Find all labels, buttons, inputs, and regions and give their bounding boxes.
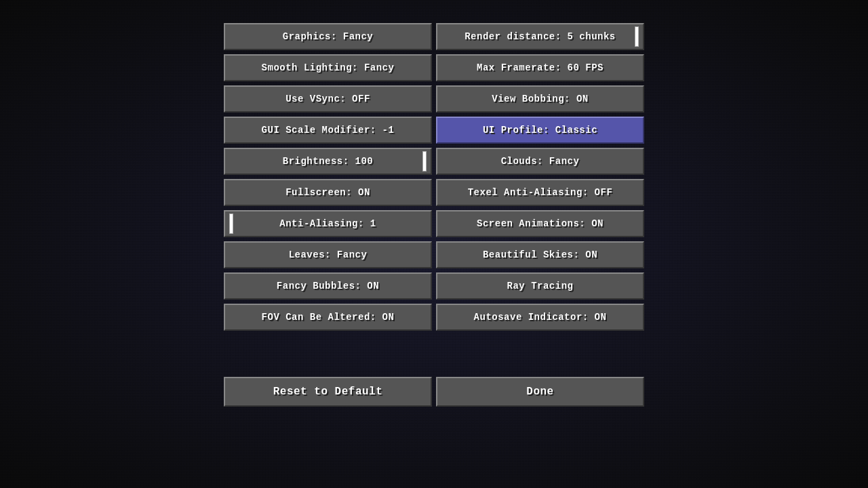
fov-altered-button[interactable]: FOV Can Be Altered: ON (224, 304, 432, 331)
ui-profile-button[interactable]: UI Profile: Classic (436, 117, 644, 144)
autosave-indicator-button[interactable]: Autosave Indicator: ON (436, 304, 644, 331)
screen-animations-button[interactable]: Screen Animations: ON (436, 210, 644, 237)
graphics-button[interactable]: Graphics: Fancy (224, 23, 432, 50)
bottom-buttons: Reset to DefaultDone (224, 377, 644, 407)
clouds-button[interactable]: Clouds: Fancy (436, 148, 644, 175)
page-container: Graphics: FancyRender distance: 5 chunks… (0, 0, 868, 488)
render-distance-button[interactable]: Render distance: 5 chunks (436, 23, 644, 50)
smooth-lighting-button[interactable]: Smooth Lighting: Fancy (224, 54, 432, 81)
use-vsync-button[interactable]: Use VSync: OFF (224, 85, 432, 113)
texel-antialiasing-button[interactable]: Texel Anti-Aliasing: OFF (436, 179, 644, 206)
view-bobbing-button[interactable]: View Bobbing: ON (436, 85, 644, 113)
max-framerate-button[interactable]: Max Framerate: 60 FPS (436, 54, 644, 81)
brightness-button[interactable]: Brightness: 100 (224, 148, 432, 175)
done-button[interactable]: Done (436, 377, 644, 407)
leaves-button[interactable]: Leaves: Fancy (224, 241, 432, 268)
anti-aliasing-button[interactable]: Anti-Aliasing: 1 (224, 210, 432, 237)
ray-tracing-button[interactable]: Ray Tracing (436, 272, 644, 300)
settings-grid: Graphics: FancyRender distance: 5 chunks… (224, 23, 644, 331)
fancy-bubbles-button[interactable]: Fancy Bubbles: ON (224, 272, 432, 300)
reset-button[interactable]: Reset to Default (224, 377, 432, 407)
gui-scale-button[interactable]: GUI Scale Modifier: -1 (224, 117, 432, 144)
fullscreen-button[interactable]: Fullscreen: ON (224, 179, 432, 206)
beautiful-skies-button[interactable]: Beautiful Skies: ON (436, 241, 644, 268)
